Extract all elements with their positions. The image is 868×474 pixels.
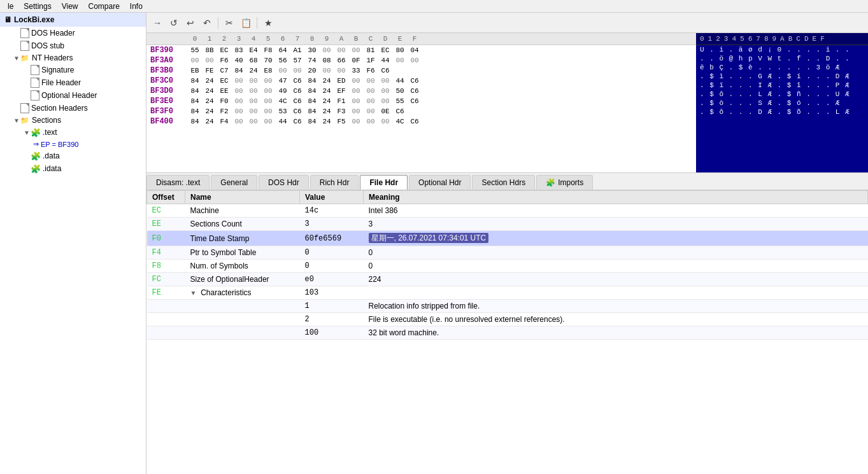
hex-byte-cell[interactable]: 00	[379, 77, 392, 85]
hex-byte-cell[interactable]: C6	[291, 97, 304, 105]
hex-byte-cell[interactable]: 81	[364, 46, 377, 54]
hex-byte-cell[interactable]: F6	[218, 57, 231, 64]
hex-byte-cell[interactable]: 84	[232, 67, 245, 74]
hex-byte-cell[interactable]: 24	[203, 97, 216, 105]
sidebar-item-data[interactable]: 🧩 .data	[0, 150, 146, 162]
hex-byte-cell[interactable]: A1	[291, 46, 304, 54]
hex-byte-cell[interactable]: 0F	[350, 57, 362, 64]
hex-byte-cell[interactable]: 00	[232, 87, 245, 95]
hex-byte-cell[interactable]: 64	[276, 46, 289, 54]
hex-byte-cell[interactable]: 00	[364, 118, 377, 125]
hex-byte-cell[interactable]: 84	[189, 108, 201, 115]
tab-general[interactable]: General	[211, 175, 257, 190]
hex-byte-cell[interactable]: 74	[306, 57, 318, 64]
undo-button[interactable]: ↶	[200, 16, 214, 30]
hex-byte-cell[interactable]: 50	[394, 87, 406, 95]
hex-byte-cell[interactable]: 00	[379, 97, 392, 105]
hex-byte-cell[interactable]: 24	[320, 97, 333, 105]
tab-optional-hdr[interactable]: Optional Hdr	[409, 175, 471, 190]
hex-byte-cell[interactable]: 00	[247, 108, 260, 115]
paste-button[interactable]: 📋	[239, 16, 253, 30]
refresh-button[interactable]: ↺	[167, 16, 181, 30]
menu-settings[interactable]: Settings	[18, 1, 56, 12]
hex-byte-cell[interactable]: 56	[276, 57, 289, 64]
hex-byte-cell[interactable]: 00	[335, 46, 348, 54]
sidebar-item-optional-header[interactable]: Optional Header	[0, 89, 146, 102]
hex-byte-cell[interactable]: F6	[364, 67, 377, 74]
hex-byte-cell[interactable]: 55	[189, 46, 201, 54]
hex-byte-cell[interactable]: F2	[218, 108, 231, 115]
hex-byte-cell[interactable]: 84	[306, 77, 318, 85]
hex-byte-cell[interactable]: 00	[350, 77, 362, 85]
hex-byte-cell[interactable]: 00	[247, 77, 260, 85]
hex-byte-cell[interactable]: 00	[350, 108, 362, 115]
hex-byte-cell[interactable]: 24	[320, 87, 333, 95]
tab-disasm[interactable]: Disasm: .text	[146, 175, 210, 190]
hex-byte-cell[interactable]: 24	[320, 77, 333, 85]
hex-byte-cell[interactable]: EF	[335, 87, 348, 95]
table-row[interactable]: FE▼ Characteristics103	[147, 286, 868, 300]
menu-info[interactable]: Info	[125, 1, 148, 12]
hex-byte-cell[interactable]: 20	[306, 67, 318, 74]
hex-byte-cell[interactable]: 00	[232, 118, 245, 125]
hex-byte-cell[interactable]: F4	[218, 118, 231, 125]
hex-byte-cell[interactable]: 24	[203, 77, 216, 85]
hex-byte-cell[interactable]: C6	[408, 77, 421, 85]
hex-byte-cell[interactable]: 8B	[203, 46, 216, 54]
table-row[interactable]: F4Ptr to Symbol Table00	[147, 246, 868, 260]
hex-byte-cell[interactable]: 47	[276, 77, 289, 85]
hex-byte-cell[interactable]: 84	[306, 87, 318, 95]
hex-byte-cell[interactable]: EC	[218, 77, 231, 85]
expand-arrow-icon[interactable]: ▼	[190, 289, 199, 296]
hex-byte-cell[interactable]: EE	[218, 87, 231, 95]
hex-byte-cell[interactable]: 00	[364, 87, 377, 95]
hex-byte-cell[interactable]: 00	[350, 97, 362, 105]
hex-byte-cell[interactable]: 84	[189, 87, 201, 95]
hex-byte-cell[interactable]: 66	[335, 57, 348, 64]
hex-byte-cell[interactable]: 55	[394, 97, 406, 105]
table-row[interactable]: FCSize of OptionalHeadere0224	[147, 273, 868, 286]
menu-file[interactable]: le	[3, 1, 18, 12]
hex-byte-cell[interactable]: 00	[203, 57, 216, 64]
hex-byte-cell[interactable]: EB	[189, 67, 201, 74]
sidebar-item-sections[interactable]: ▼ 📁 Sections	[0, 115, 146, 126]
hex-byte-cell[interactable]: 80	[394, 46, 406, 54]
hex-byte-cell[interactable]: 4C	[394, 118, 406, 125]
hex-byte-cell[interactable]: 84	[306, 118, 318, 125]
hex-byte-cell[interactable]: 04	[408, 46, 421, 54]
hex-byte-cell[interactable]: 00	[364, 77, 377, 85]
hex-byte-cell[interactable]: 00	[262, 118, 274, 125]
nav-forward-button[interactable]: →	[150, 16, 164, 30]
table-row[interactable]: 10032 bit word machine.	[147, 326, 868, 340]
hex-byte-cell[interactable]: 84	[306, 108, 318, 115]
hex-byte-cell[interactable]: 00	[232, 97, 245, 105]
hex-byte-cell[interactable]: 00	[350, 118, 362, 125]
sidebar-item-signature[interactable]: Signature	[0, 64, 146, 76]
hex-byte-cell[interactable]: C6	[291, 118, 304, 125]
bookmark-button[interactable]: ★	[261, 16, 275, 30]
table-area[interactable]: Offset Name Value Meaning ECMachine14cIn…	[146, 190, 868, 474]
hex-byte-cell[interactable]: 00	[350, 87, 362, 95]
hex-byte-cell[interactable]: F3	[335, 108, 348, 115]
hex-byte-cell[interactable]: EC	[218, 46, 231, 54]
tab-rich-hdr[interactable]: Rich Hdr	[310, 175, 359, 190]
hex-byte-cell[interactable]: 00	[247, 118, 260, 125]
hex-byte-cell[interactable]: 00	[394, 57, 406, 64]
hex-byte-cell[interactable]: 70	[262, 57, 274, 64]
tab-section-hdrs[interactable]: Section Hdrs	[472, 175, 535, 190]
tab-file-hdr[interactable]: File Hdr	[360, 175, 408, 190]
sidebar-item-dos-stub[interactable]: DOS stub	[0, 39, 146, 52]
hex-byte-cell[interactable]: 24	[320, 108, 333, 115]
hex-byte-cell[interactable]: 24	[203, 108, 216, 115]
hex-byte-cell[interactable]: 53	[276, 108, 289, 115]
hex-byte-cell[interactable]: 33	[350, 67, 362, 74]
tab-imports[interactable]: 🧩 Imports	[536, 175, 593, 190]
hex-byte-cell[interactable]: 30	[306, 46, 318, 54]
hex-byte-cell[interactable]: 00	[232, 77, 245, 85]
sidebar-item-file-header[interactable]: File Header	[0, 76, 146, 89]
hex-byte-cell[interactable]: C6	[291, 77, 304, 85]
hex-byte-cell[interactable]: 84	[306, 97, 318, 105]
hex-byte-cell[interactable]: F1	[335, 97, 348, 105]
hex-byte-cell[interactable]: 57	[291, 57, 304, 64]
hex-byte-cell[interactable]: 08	[320, 57, 333, 64]
